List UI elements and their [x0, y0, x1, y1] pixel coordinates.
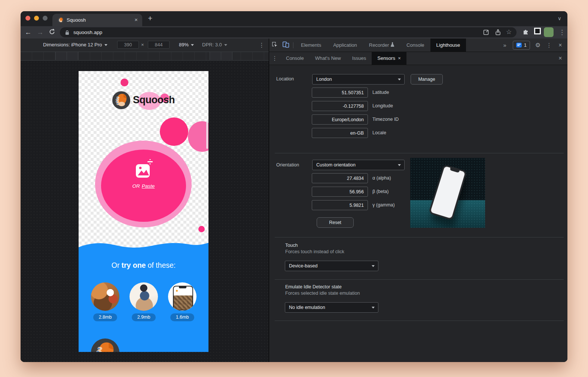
decor-dot: [121, 79, 128, 86]
device-toolbar-toggle-icon[interactable]: [280, 41, 292, 49]
add-image-icon[interactable]: [135, 158, 153, 178]
tab-search-chevron-icon[interactable]: ∨: [558, 15, 561, 21]
url-text: squoosh.app: [73, 30, 102, 35]
idle-subtitle: Forces selected idle state emulation: [285, 291, 360, 296]
idle-select[interactable]: No idle emulation: [285, 302, 378, 313]
dropdown-caret-icon: [372, 307, 375, 309]
manage-button[interactable]: Manage: [411, 74, 443, 85]
squoosh-favicon: [58, 17, 64, 23]
longitude-input[interactable]: [312, 101, 368, 111]
close-traffic-light[interactable]: [25, 16, 30, 21]
or-paste-hint: ORPaste: [79, 183, 208, 189]
dropdown-caret-icon: [398, 79, 401, 80]
minimize-traffic-light[interactable]: [34, 16, 39, 21]
viewport-width-input[interactable]: [117, 41, 139, 49]
orientation-preview[interactable]: [410, 158, 485, 228]
share-icon[interactable]: [495, 29, 501, 36]
drawer-tab-sensors[interactable]: Sensors ×: [372, 52, 406, 65]
drawer-close-icon[interactable]: ×: [555, 55, 566, 62]
decor-circle: [160, 117, 188, 146]
squoosh-logo: [112, 91, 130, 109]
sample-image-panda[interactable]: [91, 282, 119, 311]
beta-input[interactable]: [312, 187, 368, 197]
drawer-tab-issues[interactable]: Issues: [347, 52, 372, 65]
orientation-select[interactable]: Custom orientation: [312, 160, 405, 170]
extensions-puzzle-icon[interactable]: [522, 28, 530, 35]
device-type-dropdown[interactable]: Dimensions: iPhone 12 Pro: [43, 42, 107, 47]
gamma-input[interactable]: [312, 200, 368, 210]
tab-lighthouse[interactable]: Lighthouse: [430, 39, 466, 52]
browser-menu-kebab-icon[interactable]: ⋮: [559, 28, 565, 36]
device-emulation-pane: Dimensions: iPhone 12 Pro × 89% DPR: 3.0…: [21, 39, 269, 362]
zoom-traffic-light[interactable]: [43, 16, 48, 21]
paste-link[interactable]: Paste: [142, 183, 155, 189]
dropdown-caret-icon: [224, 44, 227, 46]
dimensions-times-icon: ×: [141, 42, 144, 47]
devtools-pane: Elements Application Recorder Console Li…: [269, 39, 567, 362]
open-in-window-icon[interactable]: [483, 29, 489, 36]
tab-application[interactable]: Application: [327, 39, 363, 52]
timezone-label: Timezone ID: [372, 114, 399, 125]
idle-title: Emulate Idle Detector state: [285, 284, 342, 289]
section-divider: [275, 279, 564, 280]
location-select[interactable]: London: [312, 74, 405, 85]
touch-select[interactable]: Device-based: [285, 261, 378, 271]
viewport-height-input[interactable]: [148, 41, 170, 49]
back-button[interactable]: ←: [24, 28, 33, 36]
devtools-close-icon[interactable]: ×: [555, 42, 566, 49]
touch-subtitle: Forces touch instead of click: [285, 249, 344, 254]
tab-console[interactable]: Console: [400, 39, 430, 52]
device-toolbar-menu-kebab-icon[interactable]: ⋮: [259, 42, 265, 49]
squoosh-footer-logo: [91, 338, 119, 352]
dropdown-caret-icon: [104, 44, 107, 46]
drawer-tab-console[interactable]: Console: [280, 52, 310, 65]
sample-image-phone[interactable]: [168, 282, 196, 311]
profile-avatar[interactable]: [544, 27, 554, 37]
decor-blob: [188, 121, 208, 152]
try-one-heading: Ortry oneof these:: [79, 261, 208, 270]
tab-close-icon[interactable]: ×: [134, 16, 138, 23]
sample-size-badge: 2.8mb: [93, 313, 117, 321]
address-bar[interactable]: squoosh.app ☆: [60, 27, 517, 37]
issues-count: 1: [524, 42, 527, 48]
reset-button[interactable]: Reset: [317, 217, 354, 228]
dpr-dropdown[interactable]: DPR: 3.0: [202, 42, 227, 47]
wave-divider: [79, 241, 208, 249]
device-stage: Squoosh ORPaste Ortry oneof these:: [21, 61, 269, 362]
issues-counter[interactable]: 1: [513, 41, 530, 50]
sensors-panel: Location London Manage Latitude Longitud…: [269, 65, 567, 362]
content-area: Dimensions: iPhone 12 Pro × 89% DPR: 3.0…: [21, 39, 567, 362]
orientation-label: Orientation: [276, 162, 299, 168]
reload-button[interactable]: [48, 28, 56, 36]
settings-gear-icon[interactable]: ⚙: [532, 42, 543, 49]
inspect-element-icon[interactable]: [269, 41, 280, 49]
sensors-tab-close-icon[interactable]: ×: [398, 55, 401, 61]
timezone-input[interactable]: [312, 114, 368, 125]
app-viewport: Squoosh ORPaste Ortry oneof these:: [79, 71, 208, 352]
toolbar-separator: [293, 42, 293, 48]
extension-square-icon[interactable]: [534, 28, 541, 34]
tab-recorder[interactable]: Recorder: [363, 39, 400, 52]
phone-mockup: [173, 286, 193, 310]
sample-size-badge: 1.6mb: [170, 313, 194, 321]
forward-button[interactable]: →: [36, 28, 45, 36]
sample-size-badge: 2.9mb: [132, 313, 156, 321]
new-tab-button[interactable]: +: [148, 14, 152, 22]
tab-elements[interactable]: Elements: [295, 39, 327, 52]
experiment-flask-icon: [390, 42, 394, 47]
browser-window: Squoosh × + ∨ ← → squoosh.app ☆ ⋮ Dimens…: [21, 11, 567, 362]
drawer-menu-kebab-icon[interactable]: ⋮: [269, 55, 280, 62]
devtools-menu-kebab-icon[interactable]: ⋮: [543, 42, 555, 49]
latitude-input[interactable]: [312, 88, 368, 98]
locale-label: Locale: [372, 128, 386, 138]
zoom-dropdown[interactable]: 89%: [179, 42, 194, 47]
bookmark-star-icon[interactable]: ☆: [506, 28, 512, 36]
app-scrollbar-thumb[interactable]: [206, 120, 208, 149]
browser-tab[interactable]: Squoosh ×: [52, 14, 142, 26]
drawer-tab-whats-new[interactable]: What's New: [310, 52, 347, 65]
locale-input[interactable]: [312, 128, 368, 138]
touch-title: Touch: [285, 243, 298, 248]
sample-image-artist[interactable]: [130, 282, 158, 311]
more-tabs-icon[interactable]: »: [499, 42, 511, 48]
alpha-input[interactable]: [312, 173, 368, 183]
